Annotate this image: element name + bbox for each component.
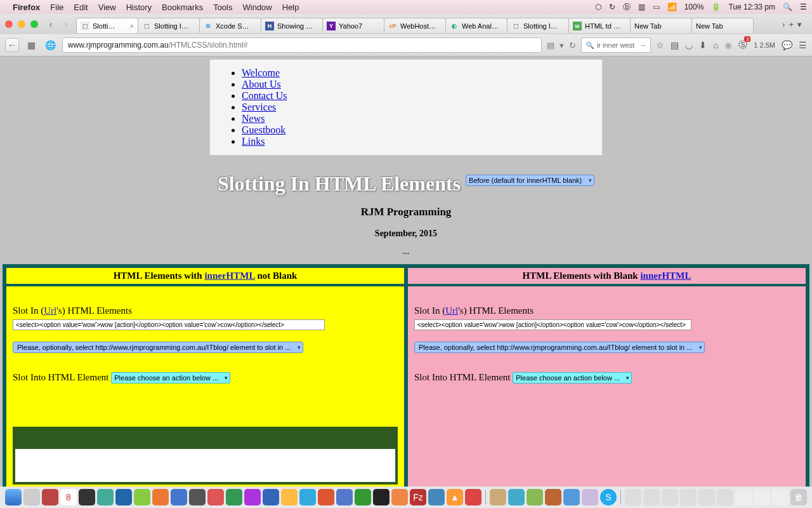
dock-folder-icon[interactable] — [698, 489, 715, 505]
hamburger-menu-icon[interactable]: ☰ — [799, 40, 807, 50]
right-html-input[interactable] — [414, 319, 691, 330]
dock-doc-icon[interactable] — [772, 489, 789, 505]
menu-edit[interactable]: Edit — [74, 3, 88, 12]
right-url-select[interactable]: Please, optionally, select http://www.rj… — [414, 342, 705, 353]
left-action-select[interactable]: Please choose an action below ... — [111, 372, 230, 384]
dock-app-icon[interactable] — [115, 489, 132, 505]
dock-app-icon[interactable] — [244, 489, 261, 505]
dock-folder-icon[interactable] — [662, 489, 678, 505]
dock-doc-icon[interactable] — [754, 489, 770, 505]
search-box[interactable]: 🔍 ir inner west → — [581, 37, 651, 53]
dock-app-icon[interactable] — [428, 489, 445, 505]
dock-app-icon[interactable] — [318, 489, 334, 505]
dock-app-icon[interactable] — [527, 489, 543, 505]
downloads-icon[interactable]: ⬇ — [699, 40, 707, 50]
pocket-icon[interactable]: ◡ — [685, 40, 693, 50]
dock-app-icon[interactable] — [23, 489, 40, 505]
sidebar-fwd-icon[interactable]: › — [60, 18, 72, 30]
dock-trash-icon[interactable]: 🗑 — [790, 489, 807, 505]
dock-app-icon[interactable] — [281, 489, 298, 505]
dock-finder-icon[interactable] — [5, 489, 22, 505]
reader-mode-icon[interactable]: ▤ — [547, 41, 554, 50]
pushbullet-icon[interactable]: ⬡ — [595, 3, 601, 11]
dock-app-icon[interactable] — [42, 489, 58, 505]
mode-select[interactable]: Before (default for innerHTML blank) — [466, 175, 594, 186]
dock-skype-icon[interactable]: S — [600, 489, 617, 505]
dock-app-icon[interactable] — [134, 489, 150, 505]
dock-app-icon[interactable] — [189, 489, 206, 505]
tab-10[interactable]: New Tab — [691, 18, 754, 33]
url-link[interactable]: Url — [445, 305, 458, 316]
sync-account-icon[interactable]: ◉ — [724, 40, 732, 50]
dock-doc-icon[interactable] — [735, 489, 752, 505]
noscript-icon[interactable]: Ⓢ3 — [738, 39, 747, 51]
dock-app-icon[interactable] — [263, 489, 279, 505]
innerhtml-link[interactable]: innerHTML — [640, 271, 691, 281]
dock-app-icon[interactable] — [336, 489, 353, 505]
dropbox-icon[interactable]: ▥ — [638, 3, 645, 11]
tab-7[interactable]: ⬚ Slotting I… — [507, 18, 569, 33]
dock-app-icon[interactable] — [490, 489, 506, 505]
back-button[interactable]: ← — [5, 38, 19, 52]
dock-app-icon[interactable] — [563, 489, 580, 505]
nav-link-guestbook[interactable]: Guestbook — [242, 124, 285, 135]
nav-link-news[interactable]: News — [242, 113, 265, 124]
sync-icon[interactable]: ↻ — [609, 3, 615, 11]
battery-icon[interactable]: 🔋 — [711, 3, 721, 11]
tab-9[interactable]: New Tab — [630, 18, 692, 33]
search-go-icon[interactable]: → — [639, 41, 646, 49]
dock-app-icon[interactable] — [171, 489, 187, 505]
home-icon[interactable]: ⌂ — [713, 40, 718, 50]
menu-file[interactable]: File — [50, 3, 63, 12]
tab-2[interactable]: ⚙ Xcode S… — [199, 18, 261, 33]
dock-filezilla-icon[interactable]: Fz — [410, 489, 426, 505]
nav-link-services[interactable]: Services — [242, 102, 276, 112]
menu-tools[interactable]: Tools — [213, 3, 232, 12]
window-zoom-button[interactable] — [30, 20, 38, 28]
nav-link-welcome[interactable]: Welcome — [242, 67, 280, 78]
menu-help[interactable]: Help — [282, 3, 299, 12]
app-name[interactable]: Firefox — [13, 3, 40, 12]
dock-app-icon[interactable] — [152, 489, 169, 505]
dock-app-icon[interactable] — [545, 489, 561, 505]
menu-history[interactable]: History — [126, 3, 152, 12]
tab-4[interactable]: Y Yahoo7 — [322, 18, 384, 33]
nav-link-links[interactable]: Links — [242, 136, 265, 147]
bookmark-star-icon[interactable]: ☆ — [656, 40, 664, 50]
reload-icon[interactable]: ↻ — [569, 41, 576, 50]
right-action-select[interactable]: Please choose an action below ... — [513, 372, 632, 384]
left-html-input[interactable] — [13, 319, 325, 330]
innerhtml-link[interactable]: innerHTML — [204, 271, 254, 281]
window-minimize-button[interactable] — [18, 20, 25, 28]
wifi-icon[interactable]: 📶 — [667, 3, 677, 11]
menu-bookmarks[interactable]: Bookmarks — [162, 3, 203, 12]
menu-view[interactable]: View — [98, 3, 116, 12]
library-icon[interactable]: ▤ — [671, 40, 679, 50]
spotlight-icon[interactable]: 🔍 — [783, 3, 792, 11]
identity-icon[interactable]: 🌐 — [43, 38, 57, 52]
chat-icon[interactable]: 💬 — [782, 40, 792, 50]
dock-calendar-icon[interactable]: 8 — [60, 489, 77, 505]
airplay-icon[interactable]: ▭ — [653, 3, 660, 11]
all-tabs-icon[interactable]: ▾ — [797, 20, 802, 29]
dock-vlc-icon[interactable]: ▲ — [447, 489, 463, 505]
dock-app-icon[interactable] — [508, 489, 525, 505]
dock-folder-icon[interactable] — [643, 489, 660, 505]
tab-overflow-icon[interactable]: › — [782, 20, 785, 29]
dock-app-icon[interactable] — [207, 489, 224, 505]
dock-app-icon[interactable] — [391, 489, 408, 505]
dropdown-icon[interactable]: ▾ — [560, 41, 564, 50]
nav-link-about[interactable]: About Us — [242, 79, 281, 90]
dock-app-icon[interactable] — [226, 489, 242, 505]
abp-icon[interactable]: 1 2.5M — [754, 41, 775, 49]
nav-link-contact[interactable]: Contact Us — [242, 90, 287, 101]
tab-1[interactable]: ⬚ Slotting I… — [138, 18, 200, 33]
url-link[interactable]: Url — [44, 305, 56, 316]
window-close-button[interactable] — [5, 20, 13, 28]
dock-app-icon[interactable] — [97, 489, 114, 505]
new-tab-button[interactable]: + — [789, 20, 794, 29]
notification-center-icon[interactable]: ☰ — [800, 3, 807, 11]
dock-app-icon[interactable] — [582, 489, 598, 505]
tab-0[interactable]: ⬚ Slotti… × — [76, 18, 138, 33]
dock-terminal-icon[interactable] — [373, 489, 390, 505]
